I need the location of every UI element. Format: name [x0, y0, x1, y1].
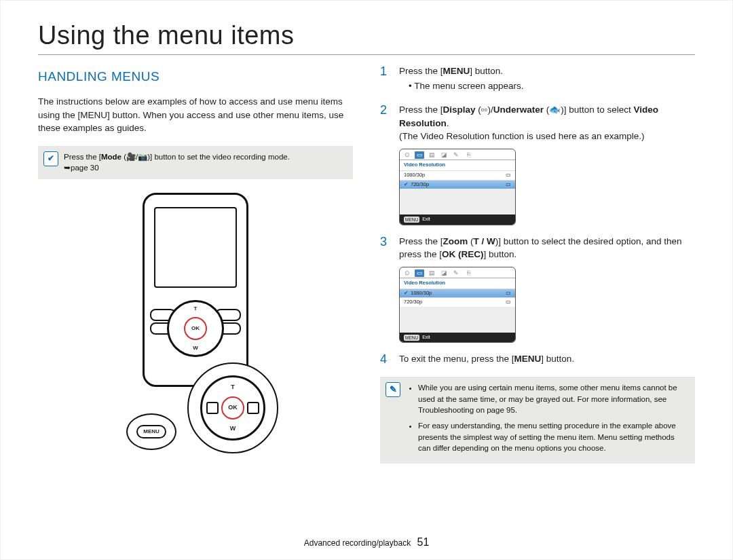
- step-body: Press the [MENU] button. The menu screen…: [399, 64, 695, 99]
- menu-tabs: ⊙ ▭ ▤ ◪ ✎ ⎘: [400, 149, 515, 160]
- mode-note-text: Press the [Mode (🎥/📷)] button to set the…: [64, 151, 346, 174]
- tab-icon-active: ▭: [415, 151, 424, 159]
- step-number: 2: [380, 103, 392, 143]
- tab-icon: ▤: [427, 151, 436, 159]
- check-icon: ✔: [404, 181, 409, 187]
- step-number: 4: [380, 352, 392, 367]
- menu-exit-button-label: MENU: [404, 217, 419, 223]
- tab-icon: ⎘: [464, 151, 473, 159]
- hd-icon: ▭: [506, 181, 511, 189]
- intro-paragraph: The instructions below are examples of h…: [38, 95, 353, 135]
- step-body: To exit the menu, press the [MENU] butto…: [399, 352, 695, 367]
- menu-row: 1080/30p▭: [400, 170, 515, 180]
- dpad-t-label: T: [194, 305, 198, 313]
- tab-icon: ✎: [451, 269, 461, 277]
- tip-item: For easy understanding, the menu setting…: [418, 420, 688, 454]
- check-icon: ✔: [404, 290, 409, 296]
- device-dpad: T W OK: [167, 300, 224, 357]
- tab-icon: ◪: [439, 269, 449, 277]
- tip-item: While you are using certain menu items, …: [418, 382, 688, 416]
- dpad-ring: T W OK: [200, 375, 265, 441]
- mode-note-box: ✔ Press the [Mode (🎥/📷)] button to set t…: [38, 146, 353, 179]
- tab-icon: ▤: [427, 269, 436, 277]
- device-screen: [154, 207, 237, 288]
- check-icon: ✔: [43, 151, 58, 166]
- camcorder-outline: T W OK: [143, 193, 248, 387]
- step-number: 3: [380, 235, 392, 261]
- step-body: Press the [Display (▫▫)/Underwater (🐟)] …: [399, 103, 695, 143]
- dpad-callout: T W OK: [187, 362, 278, 453]
- menu-background: [400, 189, 515, 214]
- hd-icon: ▭: [506, 299, 511, 306]
- tips-list: While you are using certain menu items, …: [406, 382, 688, 454]
- tips-note-box: ✎ While you are using certain menu items…: [380, 377, 695, 464]
- hd-icon: ▭: [506, 172, 511, 179]
- menu-screenshot-2: ⊙ ▭ ▤ ◪ ✎ ⎘ Video Resolution ✔1080/30p▭ …: [399, 267, 516, 343]
- step-1-bullet: The menu screen appears.: [409, 79, 695, 93]
- step-1: 1 Press the [MENU] button. The menu scre…: [380, 64, 695, 99]
- title-rule: [38, 54, 695, 55]
- tab-icon: ◪: [439, 151, 449, 159]
- pencil-icon: ✎: [386, 382, 400, 397]
- callout-t-label: T: [231, 383, 235, 392]
- menu-title: Video Resolution: [400, 278, 515, 288]
- menu-background: [400, 307, 515, 333]
- manual-page: Using the menu items HANDLING MENUS The …: [0, 0, 733, 560]
- dpad-ok-label: OK: [191, 324, 200, 333]
- callout-right-icon: [247, 402, 259, 414]
- menu-button-label: MENU: [136, 425, 166, 438]
- menu-row-selected: ✔720/30p▭: [400, 180, 515, 189]
- menu-exit-label: Exit: [422, 216, 430, 223]
- menu-button-callout: MENU: [126, 413, 176, 450]
- tab-icon: ⊙: [402, 151, 412, 159]
- menu-row-selected: ✔1080/30p▭: [400, 288, 515, 298]
- menu-title: Video Resolution: [400, 160, 515, 170]
- section-heading: HANDLING MENUS: [38, 67, 353, 86]
- page-footer: Advanced recording/playback 51: [1, 536, 732, 548]
- footer-section: Advanced recording/playback: [304, 538, 411, 548]
- left-column: HANDLING MENUS The instructions below ar…: [38, 64, 353, 474]
- menu-footer: MENU Exit: [400, 333, 515, 342]
- tab-icon: ⎘: [464, 269, 473, 277]
- step-4: 4 To exit the menu, press the [MENU] but…: [380, 352, 695, 367]
- menu-tabs: ⊙ ▭ ▤ ◪ ✎ ⎘: [400, 267, 515, 278]
- step-2: 2 Press the [Display (▫▫)/Underwater (🐟)…: [380, 103, 695, 143]
- tab-icon: ✎: [451, 151, 461, 159]
- device-illustration: T W OK MENU T W OK: [38, 193, 353, 410]
- step-body: Press the [Zoom (T / W)] button to selec…: [399, 235, 695, 261]
- page-number: 51: [417, 536, 429, 548]
- menu-screenshot-1: ⊙ ▭ ▤ ◪ ✎ ⎘ Video Resolution 1080/30p▭ ✔…: [399, 149, 516, 225]
- menu-footer: MENU Exit: [400, 214, 515, 224]
- menu-exit-button-label: MENU: [404, 335, 419, 341]
- page-title: Using the menu items: [38, 21, 695, 50]
- right-column: 1 Press the [MENU] button. The menu scre…: [380, 64, 695, 474]
- step-3: 3 Press the [Zoom (T / W)] button to sel…: [380, 235, 695, 261]
- tab-icon-active: ▭: [415, 269, 424, 277]
- callout-ok-label: OK: [228, 404, 238, 413]
- callout-left-icon: [206, 402, 219, 414]
- menu-exit-label: Exit: [422, 334, 430, 341]
- dpad-w-label: W: [193, 344, 198, 352]
- callout-w-label: W: [230, 424, 236, 433]
- tab-icon: ⊙: [402, 269, 412, 277]
- step-number: 1: [380, 64, 392, 99]
- menu-row: 720/30p▭: [400, 297, 515, 307]
- hd-icon: ▭: [506, 290, 511, 297]
- two-column-layout: HANDLING MENUS The instructions below ar…: [38, 64, 695, 474]
- steps-list: 1 Press the [MENU] button. The menu scre…: [380, 64, 695, 367]
